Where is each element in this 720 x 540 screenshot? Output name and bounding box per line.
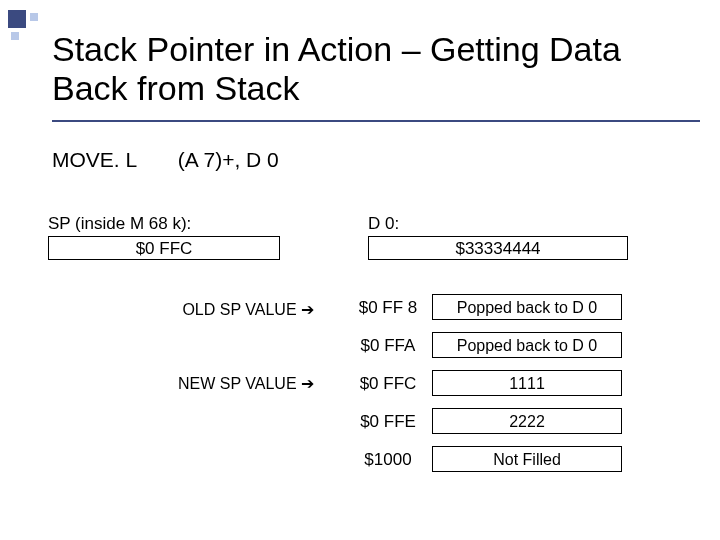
new-sp-pointer-label: NEW SP VALUE ➔	[114, 374, 314, 393]
mem-addr: $0 FFC	[356, 374, 420, 394]
mem-addr: $0 FF 8	[356, 298, 420, 318]
old-sp-pointer-label: OLD SP VALUE ➔	[114, 300, 314, 319]
instruction-line: MOVE. L (A 7)+, D 0	[52, 148, 279, 172]
mem-cell: Popped back to D 0	[432, 294, 622, 320]
slide-title: Stack Pointer in Action – Getting Data B…	[52, 30, 690, 108]
slide-corner-decoration	[8, 10, 46, 48]
mem-cell: 1111	[432, 370, 622, 396]
instruction-operands: (A 7)+, D 0	[178, 148, 279, 171]
mem-cell: Not Filled	[432, 446, 622, 472]
mem-addr: $1000	[356, 450, 420, 470]
mem-addr: $0 FFA	[356, 336, 420, 356]
sp-label: SP (inside M 68 k):	[48, 214, 191, 234]
d0-label: D 0:	[368, 214, 399, 234]
sp-value-box: $0 FFC	[48, 236, 280, 260]
title-underline	[52, 120, 700, 122]
mem-addr: $0 FFE	[356, 412, 420, 432]
instruction-mnemonic: MOVE. L	[52, 148, 172, 172]
d0-value-box: $33334444	[368, 236, 628, 260]
mem-cell: Popped back to D 0	[432, 332, 622, 358]
mem-cell: 2222	[432, 408, 622, 434]
